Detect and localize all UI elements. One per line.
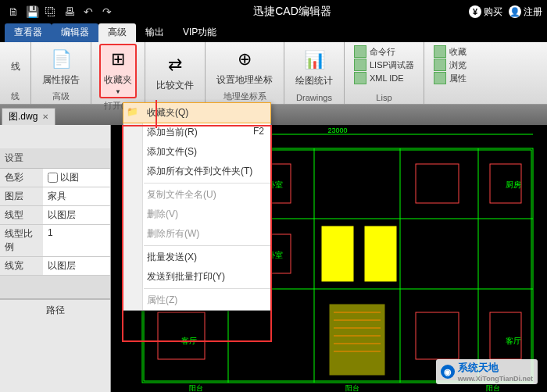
report-icon: 📄 (48, 47, 73, 72)
stats-icon: 📊 (302, 48, 327, 73)
lispdbg-button[interactable]: LISP调试器 (354, 59, 414, 71)
collect-icon (434, 45, 446, 58)
ribbon: 线 线 📄 属性报告 高级 ⊞ 收藏夹 ▼ 打开(P) ⇄ 比较文件 (0, 42, 547, 105)
svg-rect-17 (416, 312, 459, 359)
close-icon[interactable]: ✕ (42, 112, 48, 121)
line-button[interactable]: 线 (8, 59, 23, 75)
menu-deleteall: 删除所有(W) (123, 224, 270, 244)
xmlide-button[interactable]: XML IDE (354, 72, 414, 84)
svg-rect-18 (490, 312, 521, 359)
save-icon[interactable]: 💾 (23, 3, 41, 20)
menu-batchsend[interactable]: 批量发送(X) (123, 248, 270, 267)
prop-color[interactable]: 色彩 以图 (0, 169, 110, 187)
svg-rect-12 (416, 164, 459, 203)
quick-access-toolbar: 🗎 💾 ⿻ 🖶 ↶ ↷ (5, 3, 116, 20)
compare-icon: ⇄ (163, 52, 188, 77)
app-title: 迅捷CAD编辑器 (116, 5, 469, 19)
favorites-dropdown: 📁 收藏夹(Q) 添加当前(R) F2 添加文件(S) 添加所有文件到文件夹(T… (123, 102, 271, 311)
register-button[interactable]: 👤 注册 (509, 5, 542, 19)
redo-icon[interactable]: ↷ (98, 3, 116, 20)
document-tab[interactable]: 图.dwg ✕ (2, 108, 55, 125)
tab-viewer[interactable]: 查看器 (5, 23, 52, 42)
menu-copyfull: 复制文件全名(U) (123, 185, 270, 205)
undo-icon[interactable]: ↶ (80, 3, 97, 20)
svg-text:客厅: 客厅 (181, 337, 197, 345)
props-header: 设置 (0, 148, 110, 169)
svg-text:阳台: 阳台 (345, 384, 359, 392)
menu-delete: 删除(V) (123, 205, 270, 224)
svg-text:厨房: 厨房 (506, 180, 521, 189)
property-panel: 设置 色彩 以图 图层 家具 线型 以图层 线型比例 1 线宽 以图层 路径 (0, 125, 111, 392)
drawstats-button[interactable]: 📊 绘图统计 (292, 46, 336, 89)
path-label: 路径 (0, 299, 110, 321)
ribbon-tabs: 查看器 编辑器 高级 输出 VIP功能 (0, 23, 547, 42)
title-bar: 🗎 💾 ⿻ 🖶 ↶ ↷ 迅捷CAD编辑器 ¥ 购买 👤 注册 (0, 0, 547, 23)
svg-rect-21 (330, 305, 384, 375)
buy-button[interactable]: ¥ 购买 (469, 5, 502, 19)
menu-favorites[interactable]: 📁 收藏夹(Q) (123, 103, 270, 123)
menu-props: 属性(Z) (123, 290, 270, 310)
saveall-icon[interactable]: ⿻ (42, 3, 59, 20)
collect-button[interactable]: 收藏 (434, 45, 467, 58)
browse-icon (434, 59, 446, 71)
svg-text:阳台: 阳台 (189, 384, 203, 392)
svg-text:客厅: 客厅 (506, 337, 521, 345)
menu-addfile[interactable]: 添加文件(S) (123, 142, 270, 162)
print-icon[interactable]: 🖶 (61, 3, 78, 20)
watermark: ◉ 系统天地 www.XiTongTianDi.net (436, 359, 538, 384)
favorites-icon: ⊞ (105, 47, 130, 72)
attr-report-button[interactable]: 📄 属性报告 (39, 45, 83, 88)
watermark-icon: ◉ (441, 365, 455, 379)
attr-icon (434, 72, 446, 84)
compare-button[interactable]: ⇄ 比较文件 (153, 51, 197, 94)
user-icon: 👤 (509, 5, 521, 18)
favorites-button[interactable]: ⊞ 收藏夹 ▼ (99, 44, 137, 98)
svg-rect-16 (158, 312, 205, 359)
tab-output[interactable]: 输出 (136, 23, 173, 42)
content: 设置 色彩 以图 图层 家具 线型 以图层 线型比例 1 线宽 以图层 路径 2… (0, 125, 547, 392)
menu-sendbatchprint[interactable]: 发送到批量打印(Y) (123, 267, 270, 287)
prop-linetype[interactable]: 线型 以图层 (0, 206, 110, 225)
xmlide-icon (354, 72, 366, 84)
tab-vip[interactable]: VIP功能 (173, 23, 226, 42)
prop-lineweight[interactable]: 线宽 以图层 (0, 257, 110, 276)
menu-addall[interactable]: 添加所有文件到文件夹(T) (123, 162, 270, 181)
prop-linescale[interactable]: 线型比例 1 (0, 225, 110, 257)
color-checkbox[interactable] (48, 173, 58, 183)
folder-icon: 📁 (127, 106, 139, 119)
cmdline-button[interactable]: 命令行 (354, 45, 414, 58)
svg-text:阳台: 阳台 (486, 384, 500, 392)
svg-rect-19 (322, 226, 353, 281)
geo-icon: ⊕ (232, 47, 257, 72)
geo-button[interactable]: ⊕ 设置地理坐标 (213, 45, 276, 88)
browse-button[interactable]: 浏览 (434, 59, 467, 71)
tab-advanced[interactable]: 高级 (98, 23, 136, 42)
prop-layer[interactable]: 图层 家具 (0, 187, 110, 206)
document-tab-bar: 图.dwg ✕ (0, 105, 547, 125)
new-icon[interactable]: 🗎 (5, 3, 22, 20)
cmdline-icon (354, 45, 366, 58)
attr-button[interactable]: 属性 (434, 72, 467, 84)
svg-text:23000: 23000 (327, 127, 347, 134)
tab-editor[interactable]: 编辑器 (52, 23, 98, 42)
lispdbg-icon (354, 59, 366, 71)
yen-icon: ¥ (469, 5, 481, 18)
svg-rect-20 (365, 226, 396, 281)
menu-addcurrent[interactable]: 添加当前(R) F2 (123, 123, 270, 142)
